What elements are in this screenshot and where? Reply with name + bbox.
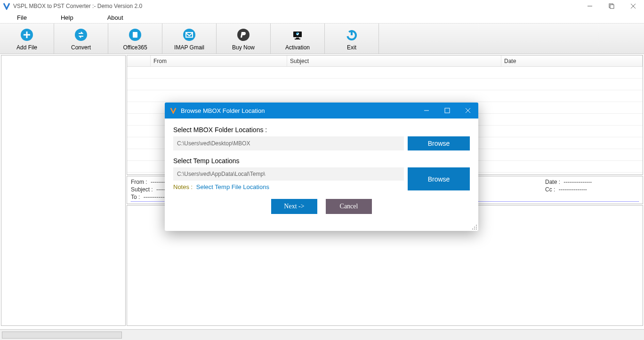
svg-rect-17 [295, 39, 300, 40]
add-file-button[interactable]: Add File [0, 24, 54, 54]
menu-help[interactable]: Help [61, 14, 73, 21]
col-date[interactable]: Date [501, 55, 643, 66]
app-icon [3, 2, 10, 10]
titlebar: VSPL MBOX to PST Converter :- Demo Versi… [0, 0, 644, 12]
exit-button[interactable]: Exit [325, 24, 379, 54]
convert-button[interactable]: Convert [54, 24, 108, 54]
mbox-path-input[interactable] [173, 136, 404, 150]
toolbar: Add File Convert Office365 IMAP Gmail Bu… [0, 24, 644, 54]
imap-gmail-button[interactable]: IMAP Gmail [162, 24, 217, 54]
office365-label: Office365 [123, 44, 147, 51]
dialog-maximize-button[interactable] [437, 103, 458, 119]
add-file-label: Add File [16, 44, 37, 51]
to-label: To : [131, 194, 140, 200]
svg-point-24 [476, 225, 477, 226]
plus-icon [19, 27, 34, 42]
table-row [127, 67, 643, 79]
window-buttons [579, 0, 644, 12]
svg-rect-16 [296, 38, 299, 39]
select-mbox-label: Select MBOX Folder Locations : [173, 126, 470, 134]
notes-text: Notes : Select Temp File Locations [173, 183, 404, 190]
svg-point-8 [75, 29, 87, 41]
browse-temp-button[interactable]: Browse [408, 167, 470, 190]
temp-path-input[interactable] [173, 167, 404, 181]
activation-button[interactable]: Activation [271, 24, 325, 54]
svg-point-11 [183, 29, 195, 41]
dialog-close-button[interactable] [458, 103, 478, 119]
progress-bar [2, 332, 122, 339]
activation-icon [290, 27, 305, 42]
subject-label: Subject : [131, 186, 153, 193]
resize-grip-icon[interactable] [472, 224, 477, 230]
notes-label: Notes : [173, 183, 193, 190]
minimize-button[interactable] [579, 0, 601, 12]
maximize-button[interactable] [601, 0, 622, 12]
menu-file[interactable]: File [17, 14, 27, 21]
svg-rect-2 [610, 5, 614, 8]
date-label: Date : [545, 179, 560, 185]
svg-point-28 [474, 229, 475, 229]
convert-label: Convert [71, 44, 91, 51]
browse-mbox-dialog: Browse MBOX Folder Location Select MBOX … [165, 103, 478, 231]
grid-header: From Subject Date [127, 55, 643, 67]
paypal-icon [236, 27, 251, 42]
exit-label: Exit [347, 44, 356, 51]
table-row [127, 90, 643, 102]
table-row [127, 79, 643, 90]
imap-gmail-label: IMAP Gmail [174, 44, 204, 51]
next-button[interactable]: Next -> [271, 199, 317, 214]
svg-point-29 [476, 229, 477, 229]
dialog-window-buttons [416, 103, 478, 119]
activation-label: Activation [285, 44, 310, 51]
svg-point-25 [474, 227, 475, 228]
date-value: --------------- [564, 179, 592, 185]
office365-button[interactable]: Office365 [108, 24, 162, 54]
office365-icon [128, 27, 143, 42]
notes-link[interactable]: Select Temp File Locations [196, 183, 269, 190]
browse-mbox-button[interactable]: Browse [408, 136, 470, 150]
svg-point-27 [472, 229, 473, 229]
convert-icon [73, 27, 89, 42]
menubar: File Help About [0, 12, 644, 24]
cc-value: --------------- [559, 186, 587, 193]
buy-now-label: Buy Now [232, 44, 255, 51]
power-icon [344, 27, 359, 42]
select-temp-label: Select Temp Locations [173, 157, 470, 165]
app-title: VSPL MBOX to PST Converter :- Demo Versi… [13, 3, 142, 9]
close-button[interactable] [622, 0, 644, 12]
tree-panel[interactable] [1, 55, 126, 326]
dialog-title: Browse MBOX Folder Location [181, 107, 265, 114]
cancel-button[interactable]: Cancel [326, 199, 372, 214]
col-subject[interactable]: Subject [287, 55, 501, 66]
statusbar [0, 329, 644, 340]
from-label: From : [131, 179, 147, 185]
svg-rect-21 [445, 108, 450, 113]
menu-about[interactable]: About [107, 14, 123, 21]
mail-icon [182, 27, 197, 42]
col-from[interactable]: From [151, 55, 287, 66]
dialog-footer: Next -> Cancel [173, 199, 470, 214]
cc-label: Cc : [545, 186, 555, 193]
col-blank[interactable] [127, 55, 151, 66]
dialog-titlebar: Browse MBOX Folder Location [165, 103, 478, 119]
buy-now-button[interactable]: Buy Now [217, 24, 271, 54]
dialog-body: Select MBOX Folder Locations : Browse Se… [165, 119, 478, 231]
svg-point-26 [476, 227, 477, 228]
svg-rect-10 [133, 32, 137, 38]
dialog-minimize-button[interactable] [416, 103, 437, 119]
dialog-app-icon [169, 107, 177, 114]
